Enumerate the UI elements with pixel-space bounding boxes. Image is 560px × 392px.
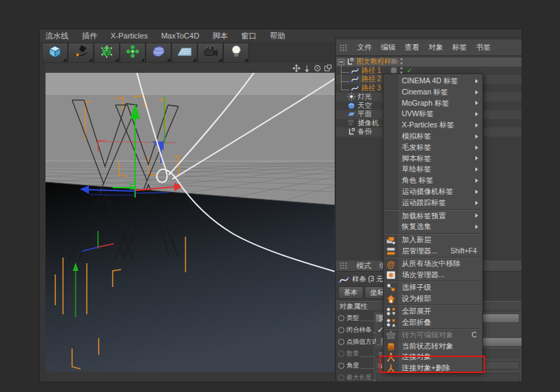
menubar-item-0[interactable]: 流水线 [46, 31, 69, 41]
menu-item-tag-3[interactable]: UVW标签 [384, 108, 482, 120]
om-menu-item-5[interactable]: 书签 [476, 43, 491, 52]
set-as-root-icon [386, 294, 396, 304]
pen-spline-tool-button[interactable] [68, 43, 94, 63]
panel-grip-icon[interactable] [340, 262, 348, 270]
om-menu-item-2[interactable]: 查看 [405, 43, 419, 52]
object-label[interactable]: 路径 3 [361, 84, 381, 93]
visibility-dots-icon[interactable] [400, 58, 403, 64]
om-menu-item-0[interactable]: 文件 [357, 43, 372, 52]
keyframe-ring-icon[interactable] [338, 339, 344, 345]
object-label[interactable]: 平面 [358, 110, 372, 119]
menu-item-tag-2[interactable]: MoGraph 标签 [384, 98, 482, 109]
menu-item-tag-6[interactable]: 毛发标签 [384, 142, 482, 153]
menubar-item-4[interactable]: 脚本 [213, 31, 228, 41]
om-menu-item-4[interactable]: 标签 [452, 43, 467, 52]
om-menu-item-1[interactable]: 编辑 [381, 43, 396, 52]
submenu-arrow-icon [475, 146, 478, 150]
menu-item-tag-9[interactable]: 角色 标签 [384, 175, 482, 186]
cube-tool-button[interactable] [42, 43, 68, 63]
om-menu-item-3[interactable]: 对象 [428, 43, 443, 52]
menu-item-set-as-root[interactable]: 设为根部 [384, 293, 482, 304]
menu-item-tag-1[interactable]: Cineman 标签 [384, 87, 482, 98]
menu-item-tag-11[interactable]: 运动跟踪标签 [384, 197, 482, 209]
menubar-item-2[interactable]: X-Particles [111, 31, 148, 40]
attribute-field[interactable] [376, 373, 520, 382]
menu-item-label: CINEMA 4D 标签 [402, 76, 458, 85]
keyframe-ring-icon[interactable] [338, 363, 344, 369]
dotted-leader [360, 363, 374, 369]
red-annotation-box [379, 356, 485, 373]
toggle-view-icon[interactable] [324, 64, 332, 72]
menu-item-label: 全部展开 [402, 307, 431, 315]
menu-item-select-children[interactable]: 选择子级 [384, 282, 482, 293]
subdivision-icon [99, 43, 115, 62]
layer-chip-icon[interactable] [391, 58, 397, 64]
layer-chip-icon[interactable] [391, 67, 397, 74]
menu-item-label: UVW标签 [402, 109, 434, 118]
menu-item-preset-0[interactable]: 加载标签预置 [384, 211, 482, 222]
menu-item-tag-5[interactable]: 模拟标签 [384, 131, 482, 142]
menu-item-label: 草绘标签 [402, 164, 431, 173]
menu-item-preset-1[interactable]: 恢复选集 [384, 221, 482, 232]
object-label[interactable]: 摄像机 [358, 119, 379, 128]
menu-item-label: Cineman 标签 [402, 88, 448, 96]
menu-item-label: 层管理器... [402, 246, 438, 255]
floor-tool-button[interactable] [172, 43, 197, 63]
dotted-leader [373, 374, 374, 381]
tab-0[interactable]: 基本 [338, 286, 363, 299]
object-label[interactable]: 灯光 [358, 92, 372, 102]
object-label[interactable]: 路径 1 [361, 66, 381, 76]
visibility-dots-icon[interactable] [400, 67, 403, 74]
menu-item-label: 转为可编辑对象 [402, 330, 454, 339]
object-label[interactable]: 路径 2 [361, 75, 381, 84]
menu-item-tag-7[interactable]: 脚本标签 [384, 153, 482, 164]
keyframe-ring-icon[interactable] [338, 351, 344, 357]
menubar-item-1[interactable]: 插件 [82, 31, 97, 41]
camera-object-icon [347, 119, 356, 127]
panel-grip-icon[interactable] [340, 44, 348, 52]
object-label[interactable]: 天空 [358, 102, 372, 111]
keyframe-ring-icon[interactable] [338, 374, 344, 381]
object-row[interactable]: 图文教程样条 [336, 57, 522, 66]
menu-item-fold-all[interactable]: 全部折叠 [384, 317, 482, 328]
submenu-arrow-icon [475, 134, 478, 139]
menubar-item-6[interactable]: 帮助 [270, 31, 286, 41]
tag-check-icon[interactable]: ✓ [407, 67, 412, 74]
select-children-icon [386, 283, 396, 293]
main-toolbar [42, 43, 249, 64]
menu-item-label: 脚本标签 [402, 154, 431, 162]
cloner-tool-button[interactable] [120, 43, 146, 63]
menu-item-unfold-all[interactable]: 全部展开 [384, 306, 482, 317]
menu-item-tag-4[interactable]: X-Particles 标签 [384, 120, 482, 131]
menubar-item-3[interactable]: MaxToC4D [161, 31, 199, 40]
keyframe-ring-icon[interactable] [338, 327, 344, 333]
menu-item-layer-manager[interactable]: 层管理器...Shift+F4 [384, 246, 482, 257]
submenu-arrow-icon [475, 90, 478, 94]
camera-tool-button[interactable] [197, 43, 223, 63]
attribute-label: 数量 [346, 349, 359, 358]
menu-item-label: 毛发标签 [402, 143, 431, 151]
attribute-label: 点插值方式 [346, 337, 376, 346]
menu-item-current-state[interactable]: 当前状态转对象 [384, 341, 482, 352]
rotate-icon[interactable] [314, 64, 321, 72]
menu-item-add-layer[interactable]: 加入新层 [384, 234, 482, 246]
menu-item-tag-8[interactable]: 草绘标签 [384, 164, 482, 175]
subdivision-tool-button[interactable] [94, 43, 120, 63]
light-tool-button[interactable] [223, 43, 249, 63]
menu-item-remove-from-takes[interactable]: @从所有场次中移除 [384, 258, 482, 270]
menu-item-take-manager[interactable]: 场次管理器... [384, 270, 482, 281]
dolly-icon[interactable] [303, 64, 311, 72]
keyframe-ring-icon[interactable] [338, 315, 344, 321]
remove-from-takes-icon: @ [386, 259, 396, 269]
menu-item-tag-10[interactable]: 运动摄像机标签 [384, 186, 482, 197]
dotted-leader [377, 339, 379, 345]
viewport-3d[interactable] [46, 73, 335, 372]
pan-icon[interactable] [293, 64, 300, 72]
attr-menu-item-0[interactable]: 模式 [356, 261, 371, 271]
menubar-item-5[interactable]: 窗口 [241, 31, 257, 41]
cloner-icon [125, 43, 141, 62]
menu-item-tag-0[interactable]: CINEMA 4D 标签 [384, 76, 482, 87]
object-label[interactable]: 备份 [358, 127, 372, 136]
null-object-icon [347, 127, 356, 136]
primitive-tool-button[interactable] [146, 43, 172, 63]
